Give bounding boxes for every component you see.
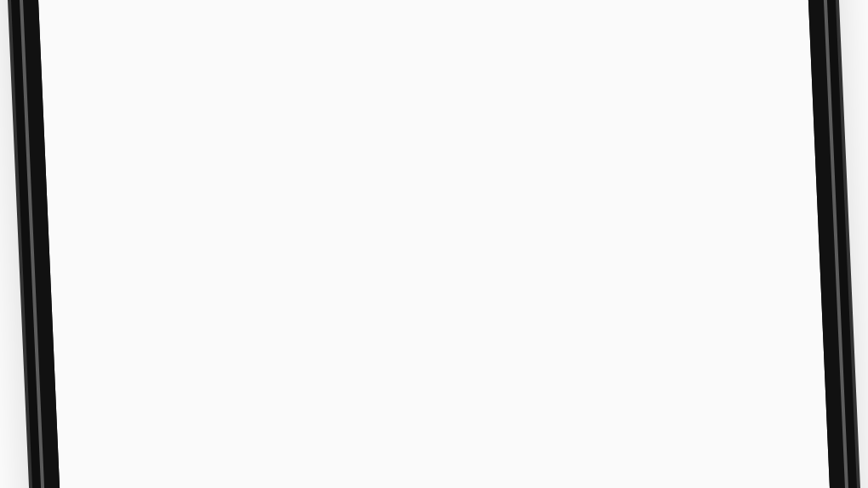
phone-screen: 18:45 <box>6 0 840 488</box>
page-content[interactable]: via @KrauseFx Verify the app's browser i… <box>12 0 837 488</box>
phone-frame: 18:45 <box>0 0 856 488</box>
